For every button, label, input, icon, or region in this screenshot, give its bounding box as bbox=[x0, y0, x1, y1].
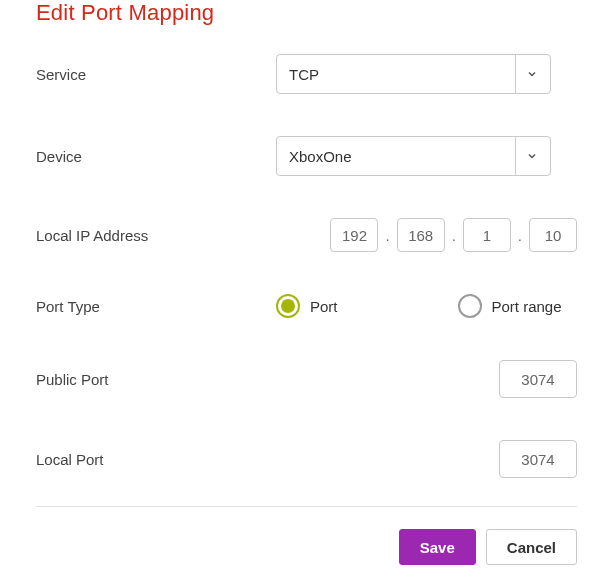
radio-circle-icon bbox=[458, 294, 482, 318]
port-type-radio-group: Port Port range bbox=[276, 294, 577, 318]
ip-dot: . bbox=[451, 227, 457, 244]
ip-octet-2[interactable] bbox=[397, 218, 445, 252]
radio-dot-icon bbox=[281, 299, 295, 313]
page-title: Edit Port Mapping bbox=[36, 0, 577, 26]
radio-label: Port range bbox=[492, 298, 562, 315]
device-row: Device XboxOne bbox=[36, 136, 577, 176]
service-select-value: TCP bbox=[289, 66, 507, 83]
port-type-radio-port[interactable]: Port bbox=[276, 294, 338, 318]
ip-octet-3[interactable] bbox=[463, 218, 511, 252]
ip-dot: . bbox=[517, 227, 523, 244]
device-label: Device bbox=[36, 148, 276, 165]
port-type-row: Port Type Port Port range bbox=[36, 294, 577, 318]
chevron-down-icon bbox=[526, 150, 538, 162]
ip-dot: . bbox=[384, 227, 390, 244]
public-port-label: Public Port bbox=[36, 371, 276, 388]
divider bbox=[36, 506, 577, 507]
port-type-radio-port-range[interactable]: Port range bbox=[458, 294, 562, 318]
local-ip-row: Local IP Address . . . bbox=[36, 218, 577, 252]
port-type-label: Port Type bbox=[36, 298, 276, 315]
local-ip-label: Local IP Address bbox=[36, 227, 276, 244]
device-select[interactable]: XboxOne bbox=[276, 136, 551, 176]
ip-group: . . . bbox=[330, 218, 577, 252]
cancel-button[interactable]: Cancel bbox=[486, 529, 577, 565]
local-port-row: Local Port bbox=[36, 440, 577, 478]
service-label: Service bbox=[36, 66, 276, 83]
actions: Save Cancel bbox=[36, 529, 577, 565]
radio-circle-icon bbox=[276, 294, 300, 318]
service-select[interactable]: TCP bbox=[276, 54, 551, 94]
local-port-label: Local Port bbox=[36, 451, 276, 468]
local-port-input[interactable] bbox=[499, 440, 577, 478]
ip-octet-4[interactable] bbox=[529, 218, 577, 252]
public-port-input[interactable] bbox=[499, 360, 577, 398]
ip-octet-1[interactable] bbox=[330, 218, 378, 252]
radio-label: Port bbox=[310, 298, 338, 315]
save-button[interactable]: Save bbox=[399, 529, 476, 565]
device-select-value: XboxOne bbox=[289, 148, 507, 165]
select-divider bbox=[515, 137, 516, 175]
chevron-down-icon bbox=[526, 68, 538, 80]
service-row: Service TCP bbox=[36, 54, 577, 94]
select-divider bbox=[515, 55, 516, 93]
public-port-row: Public Port bbox=[36, 360, 577, 398]
